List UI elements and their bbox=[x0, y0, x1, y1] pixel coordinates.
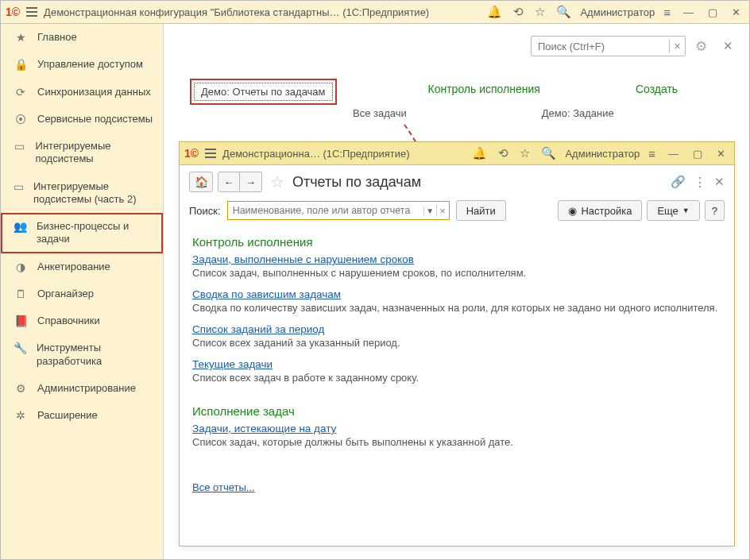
history-icon[interactable]: ⟲ bbox=[511, 5, 526, 19]
sidebar-item-business-processes[interactable]: 👥Бизнес-процессы и задачи bbox=[1, 213, 163, 253]
book-icon: 📕 bbox=[14, 315, 28, 327]
bell-icon[interactable]: 🔔 bbox=[470, 146, 489, 160]
maximize-button[interactable]: ▢ bbox=[689, 148, 706, 160]
report-desc: Список всех заданий за указанный период. bbox=[192, 337, 721, 349]
report-search-field[interactable] bbox=[228, 205, 423, 216]
more-button[interactable]: Еще▼ bbox=[647, 200, 699, 221]
report-link[interactable]: Задачи, выполненные с нарушением сроков bbox=[192, 253, 721, 265]
dropdown-icon[interactable]: ▼ bbox=[423, 207, 436, 215]
find-button[interactable]: Найти bbox=[456, 200, 506, 221]
filter-icon[interactable]: ≡ bbox=[646, 147, 658, 160]
report-link[interactable]: Задачи, истекающие на дату bbox=[192, 423, 721, 434]
minimize-button[interactable]: — bbox=[679, 6, 698, 18]
sidebar-item-sync[interactable]: ⟳Синхронизация данных bbox=[1, 79, 163, 106]
box-icon: ▭ bbox=[14, 180, 24, 193]
filter-icon[interactable]: ≡ bbox=[661, 6, 673, 19]
link-icon[interactable]: 🔗 bbox=[671, 175, 686, 189]
section-title: Контроль исполнения bbox=[192, 235, 721, 249]
sidebar-item-integrated2[interactable]: ▭Интегрируемые подсистемы (часть 2) bbox=[1, 173, 163, 214]
page-search-field[interactable] bbox=[532, 41, 669, 52]
demo-task-link[interactable]: Демо: Задание bbox=[542, 107, 614, 119]
refresh-icon: ⟳ bbox=[14, 86, 28, 98]
sidebar-item-label: Сервисные подсистемы bbox=[37, 113, 153, 126]
app-logo: 1© bbox=[184, 147, 199, 160]
favorite-star-icon[interactable]: ☆ bbox=[270, 172, 284, 191]
sidebar-item-access[interactable]: 🔒Управление доступом bbox=[1, 51, 163, 78]
help-button-label: ? bbox=[712, 205, 717, 217]
sidebar-item-organizer[interactable]: 🗒Органайзер bbox=[1, 280, 163, 307]
search-label: Поиск: bbox=[189, 205, 221, 217]
reports-list: Контроль исполнения Задачи, выполненные … bbox=[180, 227, 734, 541]
search-icon[interactable]: 🔍 bbox=[539, 146, 559, 160]
star-icon[interactable]: ☆ bbox=[517, 146, 532, 160]
circle-icon: ◑ bbox=[14, 261, 28, 273]
sidebar-item-devtools[interactable]: 🔧Инструменты разработчика bbox=[1, 334, 163, 375]
spark-icon: ✲ bbox=[14, 409, 28, 422]
chevron-down-icon: ▼ bbox=[682, 207, 690, 214]
sidebar-item-label: Справочники bbox=[37, 315, 100, 327]
back-button[interactable]: ← bbox=[218, 172, 240, 192]
all-reports-link[interactable]: Все отчеты... bbox=[192, 481, 255, 493]
sidebar-item-service[interactable]: ⦿Сервисные подсистемы bbox=[1, 106, 163, 133]
close-form-icon[interactable]: ✕ bbox=[714, 175, 725, 189]
sidebar-item-catalogs[interactable]: 📕Справочники bbox=[1, 307, 163, 334]
sidebar-item-label: Интегрируемые подсистемы bbox=[36, 140, 153, 166]
sidebar-item-label: Расширение bbox=[37, 409, 98, 422]
report-search-input[interactable]: ▼ × bbox=[227, 201, 450, 220]
report-link[interactable]: Сводка по зависшим задачам bbox=[192, 288, 721, 300]
sidebar-item-main[interactable]: ★Главное bbox=[1, 24, 163, 51]
people-icon: 👥 bbox=[14, 220, 27, 233]
sidebar-item-extension[interactable]: ✲Расширение bbox=[1, 402, 163, 429]
close-button[interactable]: ✕ bbox=[713, 148, 729, 160]
sidebar-item-label: Главное bbox=[37, 31, 77, 44]
sidebar-item-label: Синхронизация данных bbox=[37, 86, 151, 98]
maximize-button[interactable]: ▢ bbox=[704, 6, 721, 18]
nested-window-title: Демонстрационна… (1С:Предприятие) bbox=[222, 148, 409, 160]
close-button[interactable]: ✕ bbox=[728, 6, 744, 18]
report-desc: Список задач, которые должны быть выполн… bbox=[192, 436, 721, 448]
demo-reports-link[interactable]: Демо: Отчеты по задачам bbox=[194, 83, 333, 101]
close-page-icon[interactable]: ✕ bbox=[723, 39, 733, 53]
page-title: Отчеты по задачам bbox=[292, 174, 421, 191]
report-link[interactable]: Текущие задачи bbox=[192, 358, 721, 370]
sidebar-item-label: Инструменты разработчика bbox=[37, 342, 153, 368]
sidebar-item-label: Анкетирование bbox=[37, 261, 110, 273]
more-menu-icon[interactable]: ⋮ bbox=[694, 175, 706, 190]
sidebar: ★Главное 🔒Управление доступом ⟳Синхрониз… bbox=[1, 24, 164, 559]
sidebar-item-survey[interactable]: ◑Анкетирование bbox=[1, 253, 163, 280]
search-icon[interactable]: 🔍 bbox=[554, 5, 574, 19]
help-button[interactable]: ? bbox=[705, 200, 725, 221]
clear-icon[interactable]: × bbox=[436, 205, 449, 217]
history-icon[interactable]: ⟲ bbox=[496, 146, 511, 160]
gear-icon: ⚙ bbox=[14, 382, 28, 395]
star-icon[interactable]: ☆ bbox=[532, 5, 547, 19]
sidebar-item-integrated[interactable]: ▭Интегрируемые подсистемы bbox=[1, 133, 163, 173]
home-button[interactable]: 🏠 bbox=[189, 172, 213, 192]
sidebar-item-admin[interactable]: ⚙Администрирование bbox=[1, 375, 163, 402]
app-logo: 1© bbox=[6, 6, 20, 18]
camera-icon: ◉ bbox=[568, 205, 577, 217]
report-desc: Список всех задач в работе к заданному с… bbox=[192, 372, 721, 384]
create-link[interactable]: Создать bbox=[636, 83, 678, 95]
settings-gears-icon[interactable]: ⚙ bbox=[695, 38, 707, 55]
nested-titlebar: 1© Демонстрационна… (1С:Предприятие) 🔔 ⟲… bbox=[180, 142, 734, 165]
list-icon: 🗒 bbox=[14, 288, 28, 300]
menu-icon[interactable] bbox=[26, 7, 37, 17]
page-search-input[interactable]: × bbox=[531, 36, 686, 56]
menu-icon[interactable] bbox=[205, 149, 216, 158]
sidebar-item-label: Бизнес-процессы и задачи bbox=[37, 220, 153, 246]
sidebar-item-label: Управление доступом bbox=[37, 58, 143, 71]
user-label[interactable]: Администратор bbox=[565, 148, 640, 160]
bell-icon[interactable]: 🔔 bbox=[485, 5, 505, 19]
clear-search-icon[interactable]: × bbox=[669, 40, 685, 52]
settings-button[interactable]: ◉Настройка bbox=[558, 200, 642, 221]
control-link[interactable]: Контроль исполнения bbox=[428, 83, 540, 95]
user-label[interactable]: Администратор bbox=[580, 6, 655, 18]
minimize-button[interactable]: — bbox=[664, 148, 682, 160]
box-icon: ▭ bbox=[14, 140, 26, 153]
wrench-icon: 🔧 bbox=[14, 342, 27, 354]
forward-button[interactable]: → bbox=[240, 172, 262, 192]
report-link[interactable]: Список заданий за период bbox=[192, 323, 721, 335]
more-button-label: Еще bbox=[657, 205, 678, 217]
all-tasks-link[interactable]: Все задачи bbox=[353, 107, 407, 119]
